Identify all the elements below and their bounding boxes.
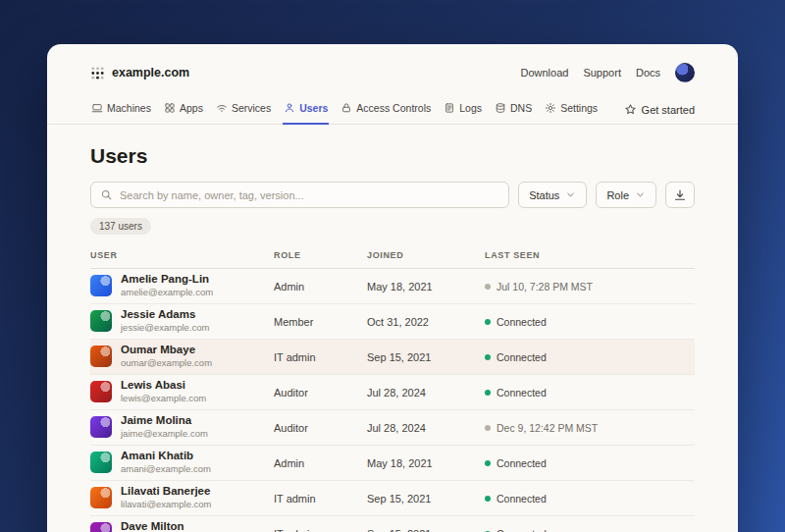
user-cell: Amelie Pang-Lin amelie@example.com: [90, 273, 274, 298]
user-email: jessie@example.com: [121, 322, 209, 334]
nav-tab-machines[interactable]: Machines: [90, 95, 152, 125]
user-cell: Dave Milton dave@example.com: [90, 520, 274, 532]
users-icon: [284, 102, 295, 114]
user-email: jaime@example.com: [121, 428, 208, 440]
user-name: Amelie Pang-Lin: [121, 273, 213, 287]
table-row[interactable]: Lewis Abasi lewis@example.com Auditor Ju…: [90, 375, 695, 410]
row-menu-button[interactable]: [689, 390, 695, 396]
table-row[interactable]: Lilavati Banerjee lilavati@example.com I…: [90, 481, 695, 516]
row-menu-button[interactable]: [689, 460, 695, 466]
user-cell: Oumar Mbaye oumar@example.com: [90, 344, 274, 369]
avatar: [90, 522, 112, 532]
logs-icon: [444, 102, 455, 114]
column-header-last-seen: LAST SEEN: [485, 250, 661, 260]
row-menu-button[interactable]: [689, 425, 695, 431]
user-cell: Jaime Molina jaime@example.com: [90, 414, 274, 440]
user-name: Lewis Abasi: [121, 379, 206, 393]
table-row[interactable]: Jaime Molina jaime@example.com Auditor J…: [90, 410, 695, 446]
admin-console-window: example.com Download Support Docs Machin…: [47, 44, 738, 532]
role-cell: Admin: [274, 281, 367, 293]
row-menu-button[interactable]: [689, 496, 695, 502]
joined-cell: Sep 15, 2021: [367, 493, 485, 505]
role-cell: Admin: [274, 457, 367, 469]
nav-tab-logs[interactable]: Logs: [443, 95, 483, 125]
toolbar: Status Role: [90, 182, 695, 208]
row-menu-button[interactable]: [689, 319, 695, 325]
brand-name: example.com: [112, 66, 189, 80]
column-header-role: ROLE: [274, 250, 367, 260]
nav-tab-apps[interactable]: Apps: [163, 95, 204, 125]
user-cell: Jessie Adams jessie@example.com: [90, 308, 274, 334]
last-seen-cell: Connected: [485, 316, 661, 328]
role-cell: IT admin: [274, 351, 367, 363]
joined-cell: May 18, 2021: [367, 281, 485, 293]
user-cell: Amani Khatib amani@example.com: [90, 450, 274, 475]
joined-cell: May 18, 2021: [367, 457, 485, 469]
last-seen-cell: Jul 10, 7:28 PM MST: [485, 281, 661, 293]
last-seen-text: Connected: [497, 457, 547, 469]
table-row[interactable]: Jessie Adams jessie@example.com Member O…: [90, 304, 695, 340]
role-cell: IT admin: [274, 528, 367, 532]
export-button[interactable]: [665, 182, 695, 208]
last-seen-cell: Dec 9, 12:42 PM MST: [485, 422, 661, 434]
last-seen-text: Connected: [497, 528, 547, 532]
user-email: amelie@example.com: [121, 287, 213, 298]
role-cell: Member: [274, 316, 367, 328]
support-link[interactable]: Support: [583, 67, 621, 79]
column-header-actions: [661, 250, 695, 260]
nav-tab-settings[interactable]: Settings: [544, 95, 599, 125]
status-filter-button[interactable]: Status: [518, 182, 587, 208]
nav-tab-users[interactable]: Users: [283, 95, 329, 125]
apps-icon: [164, 102, 176, 114]
user-email: amani@example.com: [121, 463, 211, 475]
avatar: [90, 416, 112, 438]
table-header: USER ROLE JOINED LAST SEEN: [90, 245, 695, 269]
docs-link[interactable]: Docs: [636, 67, 660, 79]
table-row[interactable]: Amani Khatib amani@example.com Admin May…: [90, 446, 695, 481]
user-count-badge: 137 users: [90, 218, 151, 235]
users-table: USER ROLE JOINED LAST SEEN Amelie Pang-L…: [90, 245, 695, 532]
table-row[interactable]: Oumar Mbaye oumar@example.com IT admin S…: [90, 340, 695, 375]
search-box[interactable]: [90, 182, 509, 208]
page-title: Users: [90, 144, 695, 168]
last-seen-text: Connected: [497, 316, 547, 328]
last-seen-cell: Connected: [485, 351, 661, 363]
table-row[interactable]: Dave Milton dave@example.com IT admin Se…: [90, 516, 695, 532]
status-dot: [485, 460, 491, 466]
role-filter-button[interactable]: Role: [596, 182, 656, 208]
download-link[interactable]: Download: [520, 67, 568, 79]
last-seen-cell: Connected: [485, 387, 661, 399]
status-dot: [485, 284, 491, 290]
machines-icon: [91, 102, 103, 114]
role-cell: Auditor: [274, 387, 367, 399]
last-seen-cell: Connected: [485, 457, 661, 469]
settings-icon: [545, 102, 556, 114]
status-filter-label: Status: [529, 189, 559, 201]
joined-cell: Jul 28, 2024: [367, 422, 485, 434]
joined-cell: Sep 15, 2021: [367, 528, 485, 532]
brand[interactable]: example.com: [90, 66, 189, 80]
get-started-button[interactable]: Get started: [624, 103, 695, 116]
last-seen-text: Connected: [497, 387, 547, 399]
dns-icon: [495, 102, 506, 114]
row-menu-button[interactable]: [689, 284, 695, 290]
user-name: Dave Milton: [121, 520, 206, 532]
avatar: [90, 346, 112, 367]
get-started-label: Get started: [642, 104, 695, 116]
row-menu-button[interactable]: [689, 354, 695, 360]
user-email: lewis@example.com: [121, 393, 206, 404]
search-input[interactable]: [120, 189, 499, 201]
status-dot: [485, 496, 491, 502]
account-avatar[interactable]: [675, 63, 695, 82]
table-body: Amelie Pang-Lin amelie@example.com Admin…: [90, 269, 695, 532]
last-seen-text: Dec 9, 12:42 PM MST: [497, 422, 598, 434]
user-name: Jessie Adams: [121, 308, 209, 322]
joined-cell: Jul 28, 2024: [367, 387, 485, 399]
main-content: Users Status Role 137 users USER ROLE: [47, 144, 738, 532]
table-row[interactable]: Amelie Pang-Lin amelie@example.com Admin…: [90, 269, 695, 304]
nav-tab-access-controls[interactable]: Access Controls: [340, 95, 432, 125]
nav-tab-dns[interactable]: DNS: [494, 95, 533, 125]
last-seen-text: Connected: [497, 493, 547, 505]
brand-logo-icon: [90, 66, 105, 80]
nav-tab-services[interactable]: Services: [215, 95, 272, 125]
